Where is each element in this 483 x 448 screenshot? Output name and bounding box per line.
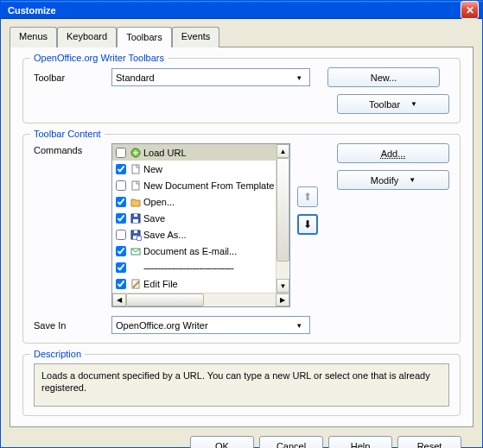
hscroll-thumb[interactable] — [126, 293, 204, 306]
reorder-buttons: ⬆ ⬇ — [297, 186, 320, 235]
list-item[interactable]: Save As... — [112, 226, 289, 243]
tab-toolbars[interactable]: Toolbars — [117, 27, 172, 47]
chevron-down-icon: ▾ — [293, 321, 306, 330]
item-label: New Document From Template — [143, 180, 289, 191]
move-up-button[interactable]: ⬆ — [297, 186, 318, 207]
list-item[interactable]: Load URL — [112, 144, 289, 161]
toolbar-select[interactable]: Standard ▾ — [111, 68, 310, 86]
commands-listbox[interactable]: Load URLNewNew Document From TemplateOpe… — [111, 143, 290, 307]
tab-strip: Menus Keyboard Toolbars Events — [10, 27, 473, 47]
item-label: --------------------------------------- — [143, 262, 289, 273]
item-checkbox[interactable] — [114, 279, 128, 289]
item-label: Edit File — [143, 279, 289, 289]
description-fieldset: Description Loads a document specified b… — [22, 354, 461, 416]
svg-rect-8 — [134, 230, 137, 233]
description-text: Loads a document specified by a URL. You… — [34, 363, 449, 407]
titlebar: Customize ✕ — [1, 1, 482, 19]
list-item[interactable]: --------------------------------------- — [112, 259, 289, 275]
scroll-right-icon[interactable]: ▶ — [276, 293, 289, 306]
svg-rect-1 — [132, 165, 139, 174]
help-button[interactable]: Help — [328, 436, 392, 448]
scroll-thumb[interactable] — [276, 158, 289, 262]
item-checkbox[interactable] — [114, 230, 128, 240]
title-text: Customize — [8, 5, 461, 16]
item-checkbox[interactable] — [114, 197, 128, 207]
item-checkbox[interactable] — [114, 262, 128, 273]
item-checkbox[interactable] — [114, 164, 128, 174]
save-in-label: Save In — [34, 320, 111, 331]
svg-rect-5 — [134, 214, 137, 217]
cancel-button[interactable]: Cancel — [259, 436, 323, 448]
horizontal-scrollbar[interactable]: ◀ ▶ — [112, 293, 289, 306]
save-in-select[interactable]: OpenOffice.org Writer ▾ — [111, 316, 310, 334]
tab-panel: OpenOffice.org Writer Toolbars Toolbar S… — [10, 47, 473, 427]
dialog-content: Menus Keyboard Toolbars Events OpenOffic… — [1, 19, 482, 448]
tab-events[interactable]: Events — [172, 27, 220, 47]
list-item[interactable]: Open... — [112, 193, 289, 210]
toolbars-legend: OpenOffice.org Writer Toolbars — [30, 53, 168, 63]
dialog-footer: OK Cancel Help Reset — [10, 427, 473, 448]
save-icon — [128, 212, 143, 224]
list-item[interactable]: New — [112, 161, 289, 177]
scroll-left-icon[interactable]: ◀ — [112, 293, 126, 306]
email-icon — [128, 245, 143, 257]
item-label: Load URL — [143, 148, 289, 158]
list-item[interactable]: Edit File — [112, 275, 289, 292]
close-icon[interactable]: ✕ — [461, 1, 479, 19]
content-legend: Toolbar Content — [30, 129, 105, 139]
chevron-down-icon: ▾ — [293, 73, 306, 82]
edit-icon — [128, 278, 143, 290]
add-command-button[interactable]: Add... — [337, 143, 449, 163]
toolbars-fieldset: OpenOffice.org Writer Toolbars Toolbar S… — [22, 58, 461, 123]
item-label: Open... — [143, 197, 289, 207]
content-fieldset: Toolbar Content Commands Load URLNewNew … — [22, 134, 461, 344]
toolbar-menu-button[interactable]: Toolbar — [337, 94, 449, 114]
item-label: New — [143, 164, 289, 174]
commands-label: Commands — [34, 143, 111, 155]
item-label: Save — [143, 213, 289, 224]
new-doc-icon — [128, 180, 143, 192]
svg-rect-2 — [132, 181, 139, 190]
item-checkbox[interactable] — [114, 180, 128, 191]
description-legend: Description — [30, 349, 85, 359]
new-toolbar-button[interactable]: New... — [327, 67, 440, 87]
item-label: Save As... — [143, 230, 289, 240]
scroll-up-icon[interactable]: ▲ — [276, 144, 289, 158]
new-doc-icon — [128, 163, 143, 175]
move-down-button[interactable]: ⬇ — [297, 214, 318, 235]
tab-keyboard[interactable]: Keyboard — [57, 27, 117, 47]
item-checkbox[interactable] — [114, 148, 128, 158]
item-checkbox[interactable] — [114, 246, 128, 256]
reset-button[interactable]: Reset — [397, 436, 461, 448]
item-checkbox[interactable] — [114, 213, 128, 224]
svg-rect-4 — [133, 219, 138, 223]
item-label: Document as E-mail... — [143, 246, 289, 256]
list-item[interactable]: New Document From Template — [112, 177, 289, 193]
list-item[interactable]: Document as E-mail... — [112, 243, 289, 259]
toolbar-label: Toolbar — [34, 73, 111, 83]
ok-button[interactable]: OK — [190, 436, 254, 448]
svg-point-9 — [137, 236, 142, 241]
vertical-scrollbar[interactable]: ▲ ▼ — [276, 144, 289, 293]
saveas-icon — [128, 229, 143, 241]
open-icon — [128, 196, 143, 208]
toolbar-select-value: Standard — [116, 73, 155, 83]
tab-menus[interactable]: Menus — [10, 27, 57, 47]
save-in-value: OpenOffice.org Writer — [116, 320, 208, 331]
scroll-down-icon[interactable]: ▼ — [276, 279, 289, 293]
list-item[interactable]: Save — [112, 210, 289, 226]
load-url-icon — [128, 147, 143, 159]
customize-dialog: Customize ✕ Menus Keyboard Toolbars Even… — [0, 0, 483, 448]
modify-menu-button[interactable]: Modify — [337, 170, 449, 190]
